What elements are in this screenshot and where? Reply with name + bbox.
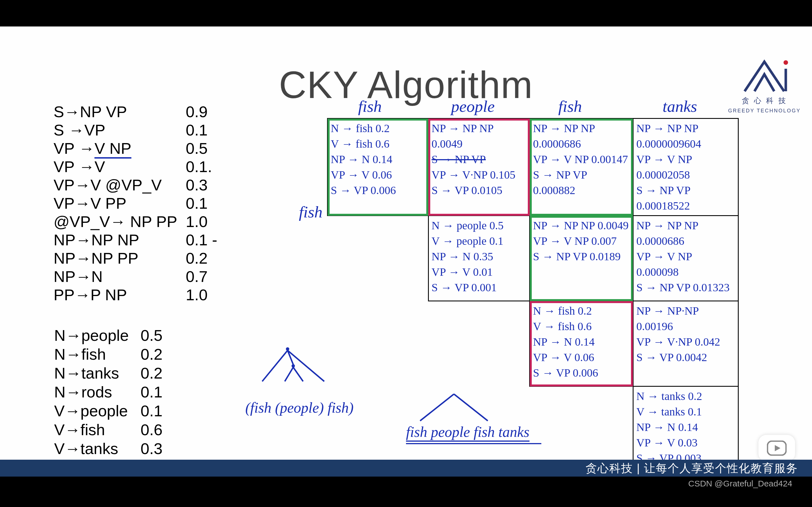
logo-text: 贪 心 科 技 — [742, 96, 787, 105]
rule-lhs: NP→N — [54, 267, 186, 286]
cky-entry: S → VP 0.006 — [331, 182, 425, 198]
cky-entry: VP → V 0.03 — [637, 435, 735, 450]
col-word-2: people — [451, 97, 495, 116]
cky-chart: N → fish 0.2V → fish 0.6NP → N 0.14VP → … — [327, 118, 739, 460]
rule-lhs: VP →V NP — [54, 139, 186, 158]
rule-prob: 0.6 — [141, 420, 174, 439]
sentence-label: fish people fish tanks — [406, 424, 529, 442]
cky-cell: N → fish 0.2V → fish 0.6NP → N 0.14VP → … — [530, 301, 633, 386]
rule-prob: 0.2 — [141, 364, 174, 382]
rule-lhs: VP→V PP — [54, 194, 186, 212]
rule-lhs: N→people — [54, 326, 140, 344]
svg-line-7 — [285, 367, 293, 381]
cky-cell: NP → NP·NP 0.00196VP → V·NP 0.042S → VP … — [633, 301, 738, 386]
svg-point-0 — [783, 60, 788, 65]
rule-prob: 0.1 - — [186, 231, 226, 249]
sentence-underline: fish people fish tanks — [406, 424, 541, 444]
rule-prob: 0.9 — [186, 103, 226, 121]
rule-lhs: VP →V — [54, 158, 186, 176]
slide-canvas: CKY Algorithm 贪 心 科 技 GREEDY TECHNOLOGY … — [0, 26, 812, 460]
cky-entry: S → NP VP 0.0189 — [533, 249, 629, 264]
sketch1-label: (fish (people) fish) — [245, 399, 354, 416]
cky-entry: VP → V 0.01 — [432, 264, 527, 280]
rule-prob: 0.2 — [141, 345, 174, 363]
cky-entry: VP → V 0.06 — [533, 349, 629, 365]
cky-entry: VP → V NP 0.007 — [533, 233, 629, 249]
rule-prob: 0.3 — [186, 176, 226, 194]
rule-lhs: N→fish — [54, 345, 140, 363]
cky-cell: NP → NP NP 0.0049VP → V NP 0.007S → NP V… — [530, 216, 633, 301]
cky-entry: V → tanks 0.1 — [637, 404, 735, 419]
tree-sketch-1: (fish (people) fish) — [245, 345, 354, 416]
cky-entry: NP → N 0.14 — [533, 334, 629, 349]
cky-cell: N → tanks 0.2V → tanks 0.1NP → N 0.14VP … — [633, 386, 738, 472]
cky-entry: S → NP VP 0.01323 — [637, 280, 735, 295]
tree-sketch-2 — [406, 390, 502, 428]
brand-logo: 贪 心 科 技 GREEDY TECHNOLOGY — [728, 57, 801, 114]
lexicon-rules: N→people0.5N→fish0.2N→tanks0.2N→rods0.1V… — [54, 326, 174, 477]
play-button[interactable] — [758, 435, 795, 461]
cky-entry: N → people 0.5 — [432, 218, 527, 233]
rule-lhs: NP→NP PP — [54, 249, 186, 267]
cky-entry: S → VP 0.001 — [432, 280, 527, 295]
cky-entry: VP → V NP 0.000098 — [637, 249, 735, 280]
cky-entry: VP → V NP 0.00147 — [533, 152, 629, 167]
greedy-logo-icon — [739, 57, 790, 94]
rule-prob: 0.7 — [186, 267, 226, 286]
col-word-3: fish — [558, 97, 582, 116]
rule-lhs: PP→P NP — [54, 286, 186, 304]
footer-text: 贪心科技 | 让每个人享受个性化教育服务 — [586, 462, 798, 474]
svg-line-3 — [262, 350, 288, 381]
rule-prob: 1.0 — [186, 212, 226, 231]
play-icon — [767, 441, 786, 456]
cky-cell: N → people 0.5V → people 0.1NP → N 0.35V… — [428, 216, 530, 301]
rule-prob: 0.1 — [141, 402, 174, 420]
svg-point-6 — [292, 364, 295, 368]
cky-entry: N → fish 0.2 — [331, 121, 425, 136]
cky-cell: NP → NP NP 0.0000686VP → V NP 0.00147S →… — [530, 119, 633, 216]
rule-prob: 0.1 — [141, 383, 174, 401]
col-word-1: fish — [358, 97, 382, 116]
cky-entry: NP → N 0.14 — [637, 419, 735, 435]
cky-entry: NP → NP NP 0.0000009604 — [637, 121, 735, 152]
rule-lhs: NP→NP NP — [54, 231, 186, 249]
cky-entry: S → VP 0.006 — [533, 365, 629, 381]
rule-lhs: N→rods — [54, 383, 140, 401]
col-word-4: tanks — [663, 97, 697, 116]
watermark: CSDN @Grateful_Dead424 — [688, 479, 792, 489]
cky-entry: NP → NP NP 0.0049 — [533, 218, 629, 233]
rule-lhs: S →VP — [54, 121, 186, 139]
svg-line-8 — [293, 367, 303, 381]
cky-entry: S → VP 0.0042 — [637, 349, 735, 365]
footer-bar: 贪心科技 | 让每个人享受个性化教育服务 — [0, 460, 812, 476]
cky-entry: S → NP VP 0.000882 — [533, 167, 629, 198]
rule-prob: 0.5 — [186, 139, 226, 158]
row-word-1: fish — [299, 203, 322, 221]
cky-entry: VP → V NP 0.00002058 — [637, 152, 735, 182]
rule-lhs: N→tanks — [54, 364, 140, 382]
cky-entry: NP → NP NP 0.0049 — [432, 121, 527, 152]
rule-prob: 0.2 — [186, 249, 226, 267]
cky-cell — [428, 301, 530, 386]
cky-entry: V → people 0.1 — [432, 233, 527, 249]
grammar-rules: S→NP VP0.9S →VP0.1VP →V NP0.5VP →V0.1.VP… — [54, 103, 226, 304]
rule-lhs: @VP_V→ NP PP — [54, 212, 186, 231]
cky-cell — [327, 216, 428, 301]
cky-entry: S → VP 0.0105 — [432, 182, 527, 198]
svg-marker-12 — [775, 445, 780, 451]
cky-cell: NP → NP NP 0.0000686VP → V NP 0.000098S … — [633, 216, 738, 301]
svg-line-9 — [420, 394, 454, 421]
cky-entry: NP → N 0.35 — [432, 249, 527, 264]
rule-prob: 0.1. — [186, 158, 226, 176]
rule-lhs: S→NP VP — [54, 103, 186, 121]
cky-cell: NP → NP NP 0.0000009604VP → V NP 0.00002… — [633, 119, 738, 216]
cky-entry: NP → N 0.14 — [331, 152, 425, 167]
cky-cell: NP → NP NP 0.0049S → NP VPVP → V·NP 0.10… — [428, 119, 530, 216]
svg-point-2 — [286, 347, 289, 351]
cky-cell: N → fish 0.2V → fish 0.6NP → N 0.14VP → … — [327, 119, 428, 216]
logo-subtitle: GREEDY TECHNOLOGY — [728, 108, 801, 114]
cky-entry: V → fish 0.6 — [331, 136, 425, 152]
rule-lhs: V→tanks — [54, 439, 140, 458]
cky-entry: S → NP VP — [432, 152, 527, 167]
cky-entry: V → fish 0.6 — [533, 319, 629, 334]
